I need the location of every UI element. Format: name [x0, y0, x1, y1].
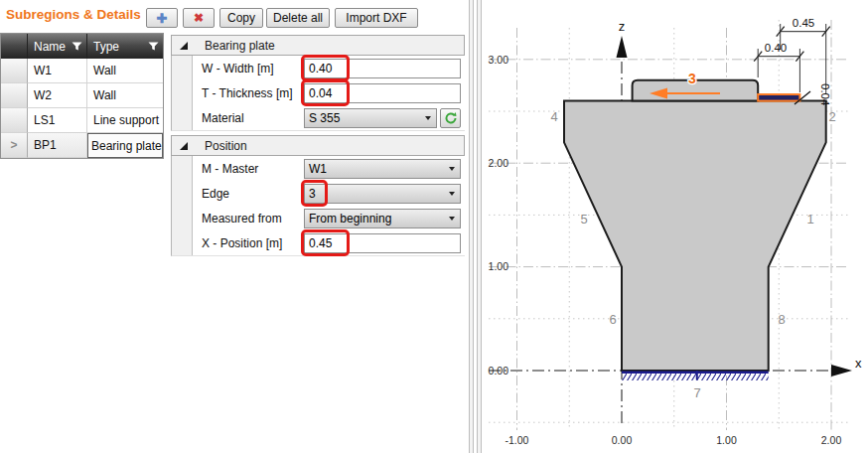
- x-position-input[interactable]: [304, 233, 461, 253]
- expander-triangle-icon[interactable]: [180, 142, 188, 150]
- cell-type[interactable]: Line support: [87, 108, 163, 133]
- z-tick-label: 1.00: [489, 260, 509, 272]
- row-gutter: [172, 56, 193, 80]
- material-dropdown[interactable]: S 355: [304, 108, 437, 128]
- row-selector-current[interactable]: >: [1, 133, 28, 158]
- cell-name[interactable]: W1: [28, 59, 87, 83]
- measured-from-value: From beginning: [309, 212, 391, 226]
- section-body-bearing-plate: W - Width [m] T - Thickness [m] Material…: [171, 56, 465, 131]
- import-dxf-button[interactable]: Import DXF: [335, 8, 418, 28]
- property-row-material: Material S 355: [172, 105, 465, 130]
- name-column-label: Name: [34, 40, 66, 54]
- edge-dropdown[interactable]: 3: [304, 184, 461, 204]
- property-row-measured-from: Measured from From beginning: [172, 206, 465, 230]
- edge-label-3-highlighted: 3: [688, 71, 696, 86]
- property-row-width: W - Width [m]: [172, 56, 465, 80]
- plus-icon: ✚: [157, 11, 168, 26]
- row-gutter: [172, 80, 193, 105]
- type-column-label: Type: [93, 40, 119, 54]
- width-input[interactable]: [304, 59, 461, 78]
- edge-label-7: 7: [693, 385, 700, 400]
- refresh-icon: [444, 111, 458, 125]
- z-axis-label: z: [619, 19, 626, 34]
- edge-value: 3: [309, 187, 316, 201]
- z-tick-label: 3.00: [489, 54, 509, 66]
- material-value: S 355: [309, 111, 340, 125]
- cell-name[interactable]: W2: [28, 83, 87, 108]
- edge-label-8: 8: [778, 312, 785, 327]
- row-gutter: [172, 230, 193, 255]
- expander-triangle-icon[interactable]: [180, 42, 188, 50]
- chevron-down-icon: [449, 167, 455, 171]
- property-row-thickness: T - Thickness [m]: [172, 80, 465, 105]
- bearing-plate-shape[interactable]: [758, 94, 799, 101]
- line-support-symbol[interactable]: [622, 371, 769, 380]
- x-tick-label: 0.00: [612, 434, 633, 446]
- dim-text-thickness: 0.04: [819, 83, 831, 106]
- table-row[interactable]: LS1 Line support: [1, 108, 163, 133]
- cell-type-focused[interactable]: Bearing plate: [87, 133, 163, 158]
- master-value: W1: [309, 162, 327, 176]
- row-gutter: [172, 181, 193, 206]
- type-column-header[interactable]: Type: [87, 34, 163, 59]
- property-row-edge: Edge 3: [172, 181, 465, 206]
- row-selector[interactable]: [1, 108, 28, 133]
- edge-label-1: 1: [806, 212, 813, 226]
- z-axis-arrow-icon: [617, 36, 628, 58]
- chevron-down-icon: [425, 116, 431, 120]
- master-label: M - Master: [193, 162, 304, 176]
- measured-from-dropdown[interactable]: From beginning: [304, 209, 461, 228]
- cell-name[interactable]: LS1: [28, 108, 87, 133]
- x-tick-label: 1.00: [716, 434, 737, 446]
- add-button[interactable]: ✚: [146, 8, 178, 28]
- material-refresh-button[interactable]: [440, 108, 461, 128]
- name-column-header[interactable]: Name: [28, 34, 87, 59]
- wall-w1-shape[interactable]: [564, 101, 826, 371]
- chevron-down-icon: [449, 192, 455, 196]
- width-label: W - Width [m]: [193, 62, 304, 76]
- edge-label: Edge: [193, 187, 304, 201]
- dim-text-width: 0.40: [765, 42, 787, 54]
- cell-name[interactable]: BP1: [28, 133, 87, 158]
- material-label: Material: [193, 111, 304, 125]
- x-tick-label: 2.00: [821, 434, 842, 446]
- drawing-canvas[interactable]: 0.45 0.40 0.04 1 2 3 4 5 6 7 8 z x 3.00 …: [483, 0, 868, 453]
- dim-text-offset: 0.45: [793, 17, 814, 29]
- master-dropdown[interactable]: W1: [304, 159, 461, 179]
- copy-button[interactable]: Copy: [219, 8, 263, 28]
- panel-splitter[interactable]: [468, 0, 483, 453]
- table-header: Name Type: [1, 34, 163, 59]
- current-row-arrow-icon: >: [10, 138, 17, 152]
- row-selector[interactable]: [1, 59, 28, 83]
- filter-funnel-icon[interactable]: [148, 41, 159, 52]
- filter-funnel-icon[interactable]: [72, 41, 82, 52]
- thickness-label: T - Thickness [m]: [193, 86, 304, 100]
- thickness-input[interactable]: [304, 83, 461, 103]
- cell-type[interactable]: Wall: [87, 83, 163, 108]
- property-panel: Bearing plate W - Width [m] T - Thicknes…: [171, 35, 465, 256]
- chevron-down-icon: [449, 217, 455, 221]
- section-title: Position: [205, 139, 247, 153]
- selector-column-header: [1, 34, 28, 59]
- delete-x-icon: ✖: [194, 11, 204, 25]
- x-axis-label: x: [855, 356, 862, 371]
- edge-label-4: 4: [550, 109, 557, 124]
- delete-button[interactable]: ✖: [183, 8, 215, 28]
- table-row[interactable]: W1 Wall: [1, 59, 163, 83]
- x-position-label: X - Position [m]: [193, 236, 304, 250]
- delete-all-button[interactable]: Delete all: [266, 8, 330, 28]
- property-row-master: M - Master W1: [172, 156, 465, 181]
- measured-from-label: Measured from: [193, 212, 304, 226]
- row-selector[interactable]: [1, 83, 28, 108]
- section-header-bearing-plate[interactable]: Bearing plate: [171, 35, 465, 56]
- section-body-position: M - Master W1 Edge 3 Measured from: [171, 156, 465, 256]
- cell-type[interactable]: Wall: [87, 59, 163, 83]
- page-title: Subregions & Details: [6, 7, 141, 22]
- table-row[interactable]: W2 Wall: [1, 83, 163, 108]
- property-row-x-position: X - Position [m]: [172, 230, 465, 255]
- edge-label-2: 2: [828, 109, 835, 124]
- section-header-position[interactable]: Position: [171, 135, 465, 156]
- x-tick-label: -1.00: [506, 434, 529, 446]
- x-axis-arrow-icon: [831, 365, 852, 377]
- table-row-selected[interactable]: > BP1 Bearing plate: [1, 133, 163, 158]
